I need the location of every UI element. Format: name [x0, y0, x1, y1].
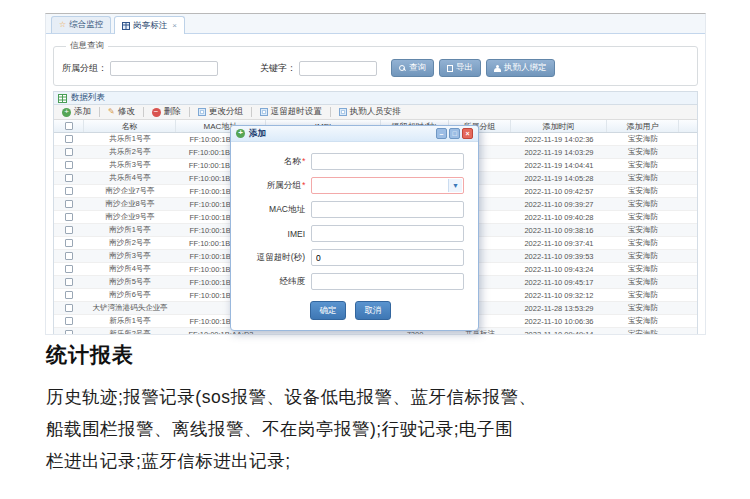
row-filler [679, 146, 697, 158]
minimize-icon[interactable]: – [436, 128, 447, 139]
row-checkbox-cell[interactable] [54, 328, 84, 335]
chevron-down-icon[interactable]: ▼ [448, 179, 462, 192]
export-button[interactable]: 导出 [439, 59, 481, 77]
mac-field[interactable] [311, 201, 464, 218]
table-cell-time: 2022-11-10 09:32:12 [511, 289, 607, 301]
row-checkbox-cell[interactable] [54, 211, 84, 223]
row-checkbox[interactable] [65, 148, 73, 156]
row-checkbox-cell[interactable] [54, 172, 84, 184]
change-group-button[interactable]: 更改分组 [193, 105, 248, 119]
row-checkbox[interactable] [65, 330, 73, 335]
query-row: 所属分组： 关键字： 查询 导出 执勤人绑定 [62, 59, 689, 77]
row-checkbox[interactable] [65, 317, 73, 325]
table-cell-user: 宝安海防 [607, 133, 679, 145]
row-checkbox[interactable] [65, 304, 73, 312]
group-select[interactable]: ▼ [311, 177, 464, 194]
row-checkbox-cell[interactable] [54, 237, 84, 249]
maximize-icon[interactable]: □ [449, 128, 460, 139]
row-checkbox-cell[interactable] [54, 302, 84, 314]
toolbar-separator [189, 107, 190, 117]
row-filler [679, 289, 697, 301]
table-cell-time: 2022-11-10 09:40:28 [511, 211, 607, 223]
change-group-label: 更改分组 [209, 106, 243, 118]
row-checkbox-cell[interactable] [54, 224, 84, 236]
row-checkbox[interactable] [65, 213, 73, 221]
row-checkbox[interactable] [65, 291, 73, 299]
duty-bind-button[interactable]: 执勤人绑定 [486, 59, 555, 77]
duty-arrange-button[interactable]: 执勤人员安排 [334, 105, 406, 119]
select-all-cell[interactable] [54, 120, 84, 132]
row-checkbox[interactable] [65, 226, 73, 234]
row-checkbox[interactable] [65, 239, 73, 247]
dialog-body: 名称* 所属分组* ▼ MAC地址 IMEI 逗留超时(秒) [231, 142, 478, 330]
duty-arrange-label: 执勤人员安排 [350, 106, 401, 118]
select-all-checkbox[interactable] [65, 122, 73, 130]
tab-booth-annotation[interactable]: 岗亭标注 × [114, 16, 185, 34]
search-button[interactable]: 查询 [391, 59, 434, 77]
add-dialog: + 添加 – □ × 名称* 所属分组* ▼ MAC地址 [230, 125, 479, 331]
header-filler [679, 120, 697, 132]
row-checkbox[interactable] [65, 200, 73, 208]
row-checkbox-cell[interactable] [54, 315, 84, 327]
row-checkbox-cell[interactable] [54, 289, 84, 301]
table-cell-user: 宝安海防 [607, 315, 679, 327]
row-checkbox[interactable] [65, 252, 73, 260]
close-tab-icon[interactable]: × [172, 21, 177, 30]
add-button[interactable]: + 添加 [57, 105, 96, 119]
row-checkbox[interactable] [65, 174, 73, 182]
report-section: 统计报表 历史轨迹;报警记录(sos报警、设备低电报警、蓝牙信标报警、 船载围栏… [46, 341, 712, 477]
query-fieldset: 信息查询 所属分组： 关键字： 查询 导出 [53, 40, 698, 86]
coords-field[interactable] [311, 273, 464, 290]
table-cell-user: 宝安海防 [607, 237, 679, 249]
row-filler [679, 276, 697, 288]
delete-button[interactable]: − 删除 [147, 105, 186, 119]
header-cell[interactable]: 名称 [84, 120, 176, 132]
row-filler [679, 185, 697, 197]
row-filler [679, 302, 697, 314]
add-icon: + [62, 108, 71, 117]
add-button-label: 添加 [74, 106, 91, 118]
table-cell-name: 南沙所4号亭 [84, 263, 176, 275]
close-icon[interactable]: × [462, 128, 473, 139]
row-checkbox[interactable] [65, 265, 73, 273]
row-checkbox-cell[interactable] [54, 133, 84, 145]
table-cell-user: 宝安海防 [607, 276, 679, 288]
row-checkbox-cell[interactable] [54, 250, 84, 262]
edit-button[interactable]: ✎ 修改 [103, 105, 140, 119]
group-label: 所属分组： [62, 62, 107, 75]
toolbar-separator [251, 107, 252, 117]
tab-monitor[interactable]: ☆ 综合监控 [51, 16, 111, 33]
row-checkbox[interactable] [65, 161, 73, 169]
keyword-input[interactable] [299, 61, 377, 76]
row-checkbox[interactable] [65, 278, 73, 286]
row-checkbox-cell[interactable] [54, 198, 84, 210]
row-checkbox-cell[interactable] [54, 276, 84, 288]
timeout-field[interactable] [311, 249, 464, 266]
person-icon [494, 65, 501, 72]
report-heading: 统计报表 [46, 341, 712, 369]
row-filler [679, 237, 697, 249]
table-cell-time: 2022-11-19 14:05:28 [511, 172, 607, 184]
cancel-button[interactable]: 取消 [355, 301, 391, 320]
table-cell-name: 新乐所2号亭 [84, 328, 176, 335]
header-cell[interactable]: 添加时间 [511, 120, 607, 132]
imei-field[interactable] [311, 225, 464, 242]
group-input[interactable] [110, 61, 218, 76]
row-checkbox-cell[interactable] [54, 263, 84, 275]
row-checkbox[interactable] [65, 135, 73, 143]
ok-button[interactable]: 确定 [310, 301, 346, 320]
table-cell-time: 2022-11-10 09:45:17 [511, 276, 607, 288]
header-cell[interactable]: 添加用户 [607, 120, 679, 132]
dialog-title-bar[interactable]: + 添加 – □ × [231, 126, 478, 142]
table-cell-time: 2022-11-10 09:39:53 [511, 250, 607, 262]
timeout-setting-button[interactable]: 逗留超时设置 [255, 105, 327, 119]
table-cell-time: 2022-11-10 09:43:24 [511, 263, 607, 275]
row-checkbox-cell[interactable] [54, 185, 84, 197]
row-checkbox-cell[interactable] [54, 159, 84, 171]
table-cell-name: 共乐所2号亭 [84, 146, 176, 158]
row-checkbox[interactable] [65, 187, 73, 195]
table-cell-name: 新乐所1号亭 [84, 315, 176, 327]
row-checkbox-cell[interactable] [54, 146, 84, 158]
name-field[interactable] [311, 153, 464, 170]
table-cell-name: 共乐所4号亭 [84, 172, 176, 184]
